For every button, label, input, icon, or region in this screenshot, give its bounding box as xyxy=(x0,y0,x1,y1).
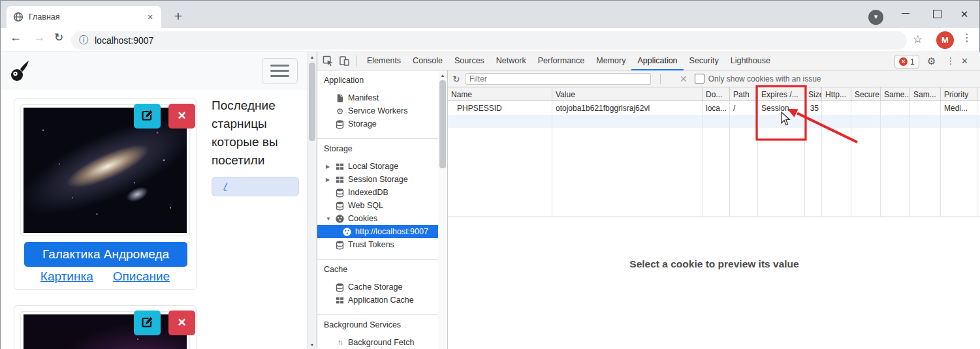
galaxy-title-button[interactable]: Галактика Андромеда xyxy=(24,242,187,267)
profile-avatar[interactable]: M xyxy=(936,31,954,49)
devtools-tab-memory[interactable]: Memory xyxy=(590,52,631,70)
delete-card-button[interactable]: ✕ xyxy=(168,104,195,129)
new-tab-button[interactable]: + xyxy=(169,8,187,26)
window-minimize-button[interactable] xyxy=(896,5,915,25)
site-logo-comet-icon[interactable] xyxy=(9,59,30,83)
sidebar-item-cache-storage[interactable]: Cache Storage xyxy=(317,281,439,294)
galaxy-card-1: ✕ Галактика Андромеда Картинка Описание xyxy=(14,99,197,290)
column-header-secure[interactable]: Secure xyxy=(851,87,881,101)
browser-menu-icon[interactable]: ⋮ xyxy=(962,31,972,44)
cell-name[interactable]: PHPSESSID xyxy=(448,101,552,115)
issue-filter-checkbox[interactable] xyxy=(695,74,704,83)
recent-page-item[interactable]: / xyxy=(212,177,299,196)
sidebar-item-storage[interactable]: Storage xyxy=(317,117,439,130)
galaxy-image-frame xyxy=(20,104,190,236)
column-header-domain[interactable]: Do... xyxy=(703,87,730,101)
divider xyxy=(660,74,661,84)
devtools-tab-lighthouse[interactable]: Lighthouse xyxy=(725,52,776,70)
column-header-name[interactable]: Name xyxy=(448,87,552,101)
description-link[interactable]: Описание xyxy=(113,269,170,284)
column-header-expires[interactable]: Expires /... xyxy=(758,87,805,101)
bookmark-star-icon[interactable]: ☆ xyxy=(913,33,923,46)
scrollbar-thumb[interactable] xyxy=(309,63,315,141)
reload-button[interactable]: ↻ xyxy=(54,31,63,44)
edit-card-button[interactable] xyxy=(134,311,161,335)
browser-tab[interactable]: Главная ✕ xyxy=(7,6,161,28)
database-icon xyxy=(335,188,345,198)
cell-value[interactable]: otojoba1b621fbggrlsraj62vl xyxy=(552,101,703,115)
page-scrollbar[interactable]: ▲ ▼ xyxy=(307,52,317,349)
cell-expires[interactable]: Session xyxy=(758,101,805,115)
devtools-tab-elements[interactable]: Elements xyxy=(361,52,407,70)
cell-path[interactable]: / xyxy=(730,101,758,115)
column-header-path[interactable]: Path xyxy=(730,87,758,101)
cookie-table-row[interactable]: PHPSESSID otojoba1b621fbggrlsraj62vl loc… xyxy=(448,101,980,115)
scroll-up-icon[interactable]: ▲ xyxy=(308,52,317,62)
sidebar-item-session-storage[interactable]: ▶ Session Storage xyxy=(317,173,439,186)
sidebar-item-manifest[interactable]: Manifest xyxy=(317,91,439,104)
scrollbar-thumb[interactable] xyxy=(439,80,446,168)
browser-update-icon[interactable]: ▾ xyxy=(868,10,883,25)
inspect-element-icon[interactable] xyxy=(323,55,334,67)
collapse-arrow-icon[interactable]: ▼ xyxy=(326,216,335,222)
cell-secure[interactable] xyxy=(851,101,881,115)
url-text[interactable]: localhost:9007 xyxy=(95,35,153,46)
sidebar-item-trust-tokens[interactable]: Trust Tokens xyxy=(317,238,439,251)
sidebar-scrollbar[interactable]: ▲ ▼ xyxy=(438,70,447,349)
error-count: 1 xyxy=(910,57,915,67)
cookie-icon xyxy=(335,214,345,224)
sidebar-item-local-storage[interactable]: ▶ Local Storage xyxy=(317,160,439,173)
sidebar-item-background-fetch[interactable]: ↑↓ Background Fetch xyxy=(317,336,439,349)
site-navbar xyxy=(1,52,307,90)
devtools-menu-icon[interactable]: ⋮ xyxy=(946,55,955,66)
window-close-button[interactable]: ✕ xyxy=(955,5,974,25)
table-icon xyxy=(335,175,345,185)
tab-close-icon[interactable]: ✕ xyxy=(144,13,156,22)
cell-samesite[interactable] xyxy=(881,101,910,115)
column-header-sameparty[interactable]: Sam... xyxy=(910,87,941,101)
error-count-badge[interactable]: ✕ 1 xyxy=(894,55,919,68)
sidebar-item-cookies[interactable]: ▼ Cookies xyxy=(317,212,439,225)
refresh-cookies-icon[interactable]: ↻ xyxy=(452,74,463,84)
recent-page-link[interactable]: / xyxy=(224,181,227,192)
forward-button[interactable]: → xyxy=(33,31,45,44)
cookie-filter-input[interactable] xyxy=(466,73,651,85)
address-bar[interactable]: ⓘ localhost:9007 xyxy=(71,31,907,50)
site-info-icon[interactable]: ⓘ xyxy=(79,35,88,46)
window-maximize-button[interactable] xyxy=(927,5,947,25)
sidebar-item-application-cache[interactable]: Application Cache xyxy=(317,294,439,307)
devtools-tab-network[interactable]: Network xyxy=(490,52,532,70)
cell-size[interactable]: 35 xyxy=(805,101,822,115)
scroll-down-icon[interactable]: ▼ xyxy=(308,340,317,349)
column-header-samesite[interactable]: Same... xyxy=(881,87,910,101)
devtools-tab-performance[interactable]: Performance xyxy=(532,52,591,70)
cell-httponly[interactable] xyxy=(822,101,851,115)
column-header-httponly[interactable]: Http... xyxy=(822,87,851,101)
devtools-tab-security[interactable]: Security xyxy=(684,52,725,70)
sidebar-item-web-sql[interactable]: Web SQL xyxy=(317,199,439,212)
column-header-value[interactable]: Value xyxy=(552,87,703,101)
navbar-toggler-button[interactable] xyxy=(262,58,298,84)
edit-card-button[interactable] xyxy=(134,104,161,129)
devtools-tab-console[interactable]: Console xyxy=(407,52,449,70)
clear-filter-icon[interactable]: ✕ xyxy=(680,74,688,84)
device-toolbar-icon[interactable] xyxy=(339,55,350,67)
devtools-close-icon[interactable]: ✕ xyxy=(961,56,968,66)
cell-priority[interactable]: Medi... xyxy=(941,101,977,115)
column-header-priority[interactable]: Priority xyxy=(941,87,977,101)
expand-arrow-icon[interactable]: ▶ xyxy=(326,177,335,183)
picture-link[interactable]: Картинка xyxy=(40,269,93,284)
cell-sameparty[interactable] xyxy=(910,101,941,115)
sidebar-item-service-workers[interactable]: ⚙ Service Workers xyxy=(317,104,439,117)
scroll-up-icon[interactable]: ▲ xyxy=(438,70,447,80)
devtools-tab-sources[interactable]: Sources xyxy=(449,52,490,70)
devtools-tab-application[interactable]: Application xyxy=(631,52,683,70)
cell-domain[interactable]: loca... xyxy=(703,101,730,115)
expand-arrow-icon[interactable]: ▶ xyxy=(326,164,335,170)
back-button[interactable]: ← xyxy=(10,31,22,44)
sidebar-item-cookies-localhost[interactable]: http://localhost:9007 xyxy=(317,225,439,238)
column-header-size[interactable]: Size xyxy=(805,87,822,101)
sidebar-item-indexeddb[interactable]: IndexedDB xyxy=(317,186,439,199)
devtools-settings-gear-icon[interactable]: ⚙ xyxy=(927,55,936,67)
delete-card-button[interactable]: ✕ xyxy=(168,311,195,335)
